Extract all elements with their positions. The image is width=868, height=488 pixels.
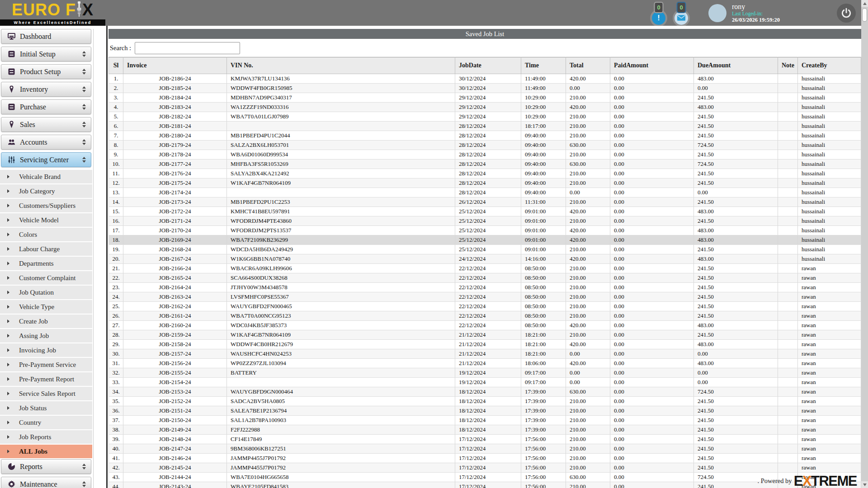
- sidebar-subitem-pre-payment-service[interactable]: Pre-Payment Service: [0, 358, 92, 372]
- sidebar-subitem-vehicle-type[interactable]: Vehicle Type: [0, 300, 92, 314]
- sidebar-subitem-pre-payment-report[interactable]: Pre-Payment Report: [0, 372, 92, 387]
- table-row[interactable]: 34.JOB-2153-24WAUYGBFD9GN00046418/12/202…: [109, 387, 861, 397]
- table-row[interactable]: 35.JOB-2152-24SADCA2BV5HA080518/12/20241…: [109, 397, 861, 406]
- scrollbar-thumb[interactable]: [862, 8, 867, 22]
- table-row[interactable]: 5.JOB-2182-24WBA7T0A01LGJ0798929/12/2024…: [109, 112, 861, 122]
- cell-note: [778, 131, 798, 141]
- scroll-up-button[interactable]: [861, 0, 868, 7]
- cell-note: [778, 387, 798, 397]
- table-row[interactable]: 3.JOB-2184-24MDHBN7AD9PG34031729/12/2024…: [109, 93, 861, 103]
- scroll-down-button[interactable]: [861, 481, 868, 488]
- sidebar-item-purchase[interactable]: Purchase: [1, 99, 91, 114]
- cell-note: [778, 435, 798, 444]
- alerts-indicator[interactable]: 0 !: [651, 1, 666, 25]
- sidebar-item-inventory[interactable]: Inventory: [1, 82, 91, 97]
- sidebar-item-servicing-center[interactable]: Servicing Center: [1, 152, 91, 167]
- extreme-logo[interactable]: EXTREME: [794, 474, 857, 488]
- table-row[interactable]: 33.JOB-2154-2419/12/202409:17:000.000.00…: [109, 378, 861, 387]
- table-row[interactable]: 8.JOB-2179-24SALZA2BX6LH05370128/12/2024…: [109, 141, 861, 150]
- sidebar-subitem-customer-complaint[interactable]: Customer Complaint: [0, 271, 92, 286]
- sidebar-item-label: Initial Setup: [20, 50, 56, 58]
- table-row[interactable]: 21.JOB-2166-24WBACR6A09KLH9960622/12/202…: [109, 264, 861, 273]
- sidebar-item-initial-setup[interactable]: Initial Setup: [1, 47, 91, 61]
- table-row[interactable]: 32.JOB-2155-24BATTERY19/12/202409:17:000…: [109, 368, 861, 378]
- table-row[interactable]: 37.JOB-2150-24SAL1A2B78PA10090318/12/202…: [109, 416, 861, 425]
- table-row[interactable]: 24.JOB-2163-24LVSFMHFC0PSE5536722/12/202…: [109, 292, 861, 302]
- table-row[interactable]: 20.JOB-2167-24W1K6G6BB1NA07874024/12/202…: [109, 254, 861, 264]
- table-row[interactable]: 6.JOB-2181-2428/12/202418:17:00210.000.0…: [109, 122, 861, 131]
- search-input[interactable]: [135, 42, 240, 54]
- cell-invoice: JOB-2178-24: [123, 150, 227, 160]
- table-row[interactable]: 22.JOB-2165-24SCA664S00DUX3826822/12/202…: [109, 273, 861, 283]
- table-row[interactable]: 7.JOB-2180-24MB1PBEFD4PU1C204428/12/2024…: [109, 131, 861, 141]
- cell-note: [778, 397, 798, 406]
- table-row[interactable]: 30.JOB-2157-24WAUSHCFC4HN02425321/12/202…: [109, 349, 861, 359]
- sidebar-item-accounts[interactable]: Accounts: [1, 135, 91, 150]
- cell-note: [778, 74, 798, 84]
- sidebar-subitem-invoicing-job[interactable]: Invoicing Job: [0, 343, 92, 358]
- scrollbar-track[interactable]: [861, 7, 868, 481]
- table-row[interactable]: 2.JOB-2185-24WDDWF4FB0GR15098530/12/2024…: [109, 84, 861, 93]
- table-row[interactable]: 28.JOB-2159-24W1KAF4GB7NR06410921/12/202…: [109, 330, 861, 340]
- table-row[interactable]: 18.JOB-2169-24WBA7F2109KB23629925/12/202…: [109, 235, 861, 245]
- table-row[interactable]: 31.JOB-2156-24WP0ZZZ97ZJL10309421/12/202…: [109, 359, 861, 368]
- cell-paidamount: 0.00: [610, 292, 694, 302]
- sidebar-item-dashboard[interactable]: Dashboard: [1, 29, 91, 44]
- table-row[interactable]: 29.JOB-2158-24WDDWF4CB0HR21267921/12/202…: [109, 340, 861, 349]
- cell-vin-no: WBACR6A09KLH99606: [227, 264, 455, 273]
- table-row[interactable]: 42.JOB-2145-24JAMMP4455J7P0179217/12/202…: [109, 463, 861, 473]
- table-row[interactable]: 23.JOB-2164-24JTJHY00W3M434857822/12/202…: [109, 283, 861, 292]
- sidebar-item-label: Accounts: [20, 138, 47, 146]
- sidebar-subitem-vehicle-model[interactable]: Vehicle Model: [0, 213, 92, 228]
- sidebar-subitem-job-reports[interactable]: Job Reports: [0, 430, 92, 445]
- table-row[interactable]: 10.JOB-2177-24MHFBA3FS5R105326928/12/202…: [109, 160, 861, 169]
- sidebar-subitem-departments[interactable]: Departments: [0, 257, 92, 271]
- sidebar-subitem-country[interactable]: Country: [0, 416, 92, 430]
- page-scrollbar[interactable]: [861, 0, 868, 488]
- table-row[interactable]: 19.JOB-2168-24WDCDA5HB6DA24942925/12/202…: [109, 245, 861, 254]
- table-row[interactable]: 15.JOB-2172-24KMHCT41B8EU59789125/12/202…: [109, 207, 861, 216]
- table-row[interactable]: 14.JOB-2173-24MB1PBEFD2PU1C225326/12/202…: [109, 197, 861, 207]
- sidebar-subitem-all-jobs[interactable]: ALL Jobs: [0, 445, 92, 459]
- sidebar-subitem-customers-suppliers[interactable]: Customers/Suppliers: [0, 199, 92, 213]
- table-row[interactable]: 1.JOB-2186-24KMJWA37R7LU13413630/12/2024…: [109, 74, 861, 84]
- table-row[interactable]: 12.JOB-2175-24W1KAF4GB7NR06410928/12/202…: [109, 178, 861, 188]
- table-row[interactable]: 11.JOB-2176-24SALYA2BX4KA21249228/12/202…: [109, 169, 861, 178]
- sidebar-subitem-assing-job[interactable]: Assing Job: [0, 329, 92, 343]
- table-row[interactable]: 9.JOB-2178-24WBA6D01060D99953428/12/2024…: [109, 150, 861, 160]
- sidebar-subitem-create-job[interactable]: Create Job: [0, 314, 92, 329]
- sidebar-subitem-service-sales-report[interactable]: Service Sales Report: [0, 387, 92, 401]
- table-row[interactable]: 36.JOB-2151-24SALEA7BE1P213679418/12/202…: [109, 406, 861, 416]
- table-row[interactable]: 25.JOB-2162-24WAUYGBFD2FN00046522/12/202…: [109, 302, 861, 311]
- table-row[interactable]: 17.JOB-2170-24WFODRDJM2PTS1353725/12/202…: [109, 226, 861, 235]
- table-row[interactable]: 40.JOB-2147-249BM368006KB12725117/12/202…: [109, 444, 861, 454]
- cell-jobdate: 28/12/2024: [455, 131, 521, 141]
- table-row[interactable]: 16.JOB-2171-24WFODRDJM4PTE4386025/12/202…: [109, 216, 861, 226]
- table-row[interactable]: 27.JOB-2160-24WDC0J4KB5JF38537322/12/202…: [109, 321, 861, 330]
- cell-sl: 26.: [109, 311, 123, 321]
- sidebar-subitem-job-category[interactable]: Job Category: [0, 184, 92, 199]
- table-row[interactable]: 38.JOB-2149-24F2FJ22298818/12/202417:39:…: [109, 425, 861, 435]
- table-row[interactable]: 26.JOB-2161-24WBA7T0A00NCG9512322/12/202…: [109, 311, 861, 321]
- logout-button[interactable]: [837, 4, 856, 23]
- sidebar-item-maintenance[interactable]: Maintenance: [1, 477, 91, 488]
- avatar[interactable]: [708, 4, 726, 22]
- sidebar-subitem-colors[interactable]: Colors: [0, 228, 92, 242]
- table-row[interactable]: 4.JOB-2183-24WA1ZZZF19ND03331629/12/2024…: [109, 103, 861, 112]
- sidebar-subitem-job-status[interactable]: Job Status: [0, 401, 92, 416]
- cell-dueamount: 724.50: [694, 141, 778, 150]
- table-row[interactable]: 41.JOB-2146-24JAMMP4455J7P0179217/12/202…: [109, 454, 861, 463]
- sidebar-subitem-job-qutation[interactable]: Job Qutation: [0, 286, 92, 300]
- table-row[interactable]: 43.JOB-2144-24WBA7E0104HG66565817/12/202…: [109, 473, 861, 482]
- sidebar-item-reports[interactable]: Reports: [1, 459, 91, 474]
- table-row[interactable]: 44.JOB-2143-24WBAYE2105FD84158317/12/202…: [109, 482, 861, 488]
- sidebar-subitem-vehicale-brand[interactable]: Vehicale Brand: [0, 170, 92, 184]
- messages-indicator[interactable]: 0: [674, 1, 689, 25]
- cell-invoice: JOB-2143-24: [123, 482, 227, 488]
- table-row[interactable]: 39.JOB-2148-24CF14E1784917/12/202417:56:…: [109, 435, 861, 444]
- table-row[interactable]: 13.JOB-2174-2428/12/202409:40:000.000.00…: [109, 188, 861, 197]
- cell-createby: hussainali: [798, 188, 861, 197]
- sidebar-item-product-setup[interactable]: Product Setup: [1, 64, 91, 79]
- sidebar-item-sales[interactable]: Sales: [1, 117, 91, 132]
- sidebar-subitem-labour-charge[interactable]: Labour Charge: [0, 242, 92, 257]
